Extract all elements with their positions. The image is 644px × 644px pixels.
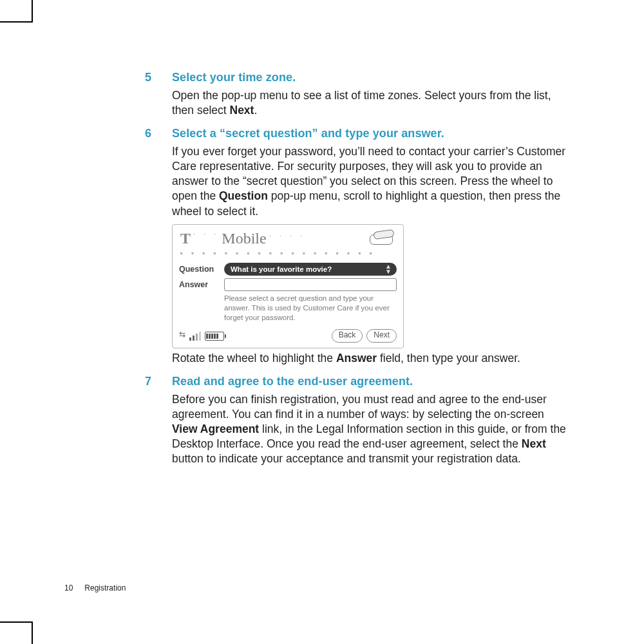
page-content: 5 Select your time zone. Open the pop-up… — [64, 71, 605, 475]
crop-mark-tl-v — [32, 0, 33, 23]
back-button[interactable]: Back — [332, 329, 363, 343]
step-5-title: Select your time zone. — [172, 71, 296, 84]
text: Before you can finish registration, you … — [172, 393, 547, 421]
bold-answer: Answer — [336, 352, 377, 365]
brand-logo: T · · · Mobile · · · · — [180, 229, 305, 249]
step-7-body: Before you can finish registration, you … — [172, 392, 571, 466]
step-7-title: Read and agree to the end-user agreement… — [172, 375, 413, 388]
step-7-number: 7 — [64, 375, 151, 388]
bold-next: Next — [230, 104, 254, 117]
step-5-number: 5 — [64, 71, 151, 84]
spinner-icon: ▲▼ — [385, 264, 392, 274]
connection-icon: ⇆ — [179, 330, 185, 340]
battery-icon — [205, 332, 224, 341]
step-6-caption: Rotate the wheel to highlight the Answer… — [172, 351, 571, 366]
step-5-body: Open the pop-up menu to see a list of ti… — [172, 88, 571, 118]
helper-text: Please select a secret question and type… — [224, 294, 397, 323]
step-5: 5 Select your time zone. Open the pop-up… — [64, 71, 605, 118]
phone-icon — [368, 231, 395, 246]
crop-mark-bl-v — [32, 621, 33, 644]
bold-question: Question — [219, 189, 268, 202]
text: field, then type your answer. — [377, 352, 520, 365]
step-6: 6 Select a “secret question” and type yo… — [64, 127, 605, 366]
decorative-dots: ■ ■ ■ ■ ■ ■ ■ ■ ■ ■ ■ ■ ■ ■ ■ ■ ■ ■ — [179, 250, 397, 260]
step-7: 7 Read and agree to the end-user agreeme… — [64, 375, 605, 466]
brand-dots: · · · — [193, 229, 219, 239]
status-icons: ⇆ — [179, 331, 224, 341]
step-6-number: 6 — [64, 127, 151, 140]
bold-view-agreement: View Agreement — [172, 422, 259, 435]
answer-label: Answer — [179, 279, 219, 290]
page-number: 10 — [64, 583, 73, 592]
brand-mobile: Mobile — [222, 229, 266, 249]
page-footer: 10 Registration — [64, 583, 126, 592]
signal-icon — [189, 332, 201, 341]
bold-next-2: Next — [522, 437, 546, 450]
device-screenshot: T · · · Mobile · · · · ■ ■ ■ ■ ■ ■ ■ ■ ■… — [172, 224, 571, 348]
brand-dots-right: · · · · — [269, 231, 305, 241]
text: Rotate the wheel to highlight the — [172, 352, 336, 365]
section-name: Registration — [84, 583, 126, 592]
text: button to indicate your acceptance and t… — [172, 452, 521, 465]
brand-t: T — [180, 229, 191, 249]
text: . — [254, 104, 257, 117]
crop-mark-bl-h — [0, 621, 33, 623]
next-button[interactable]: Next — [366, 329, 397, 343]
answer-input[interactable] — [224, 278, 397, 291]
question-dropdown[interactable]: What is your favorite movie? ▲▼ — [224, 263, 397, 276]
step-6-title: Select a “secret question” and type your… — [172, 127, 444, 140]
text: Open the pop-up menu to see a list of ti… — [172, 89, 551, 117]
crop-mark-tl-h — [0, 21, 33, 23]
question-label: Question — [179, 264, 219, 275]
step-6-body: If you ever forget your password, you’ll… — [172, 144, 571, 366]
question-value: What is your favorite movie? — [231, 265, 332, 274]
